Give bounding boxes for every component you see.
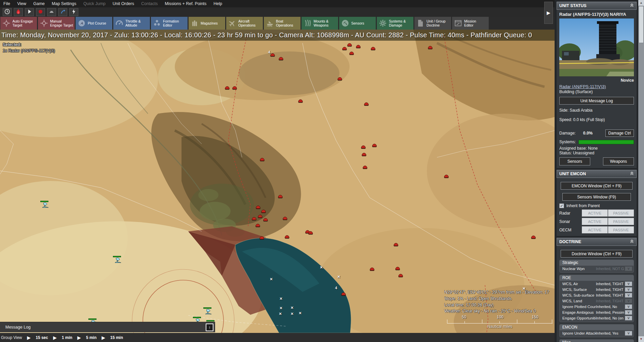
hostile-unit-icon[interactable] xyxy=(264,218,268,221)
emcon-radar-passive-button[interactable]: PASSIVE xyxy=(608,210,634,217)
hostile-unit-icon[interactable] xyxy=(394,243,398,246)
dropdown-chevron-icon[interactable]: V xyxy=(625,281,632,286)
ribbon-magazines-button[interactable]: Magazines xyxy=(189,17,225,30)
hostile-unit-icon[interactable] xyxy=(256,224,260,227)
hostile-unit-icon[interactable] xyxy=(341,293,346,296)
hostile-unit-icon[interactable] xyxy=(364,103,369,106)
ribbon-boat-operations-button[interactable]: BoatOperations xyxy=(264,17,300,30)
sensors-button[interactable]: Sensors xyxy=(559,157,590,165)
toolbar-flame-button[interactable] xyxy=(14,8,23,16)
hostile-unit-icon[interactable] xyxy=(361,146,366,149)
dropdown-chevron-icon[interactable]: V xyxy=(625,310,632,315)
speed-15-min-button[interactable]: 15 min xyxy=(110,335,123,340)
emcon-oecm-active-button[interactable]: ACTIVE xyxy=(582,226,608,233)
contact-x-icon[interactable]: ✕ xyxy=(320,265,323,270)
hostile-unit-icon[interactable] xyxy=(350,52,354,55)
toolbar-clock-button[interactable] xyxy=(3,8,12,16)
emcon-radar-active-button[interactable]: ACTIVE xyxy=(582,210,608,217)
inherit-from-parent-checkbox[interactable]: ✔ xyxy=(559,203,564,208)
menu-item-contacts[interactable]: Contacts xyxy=(141,1,158,6)
sidebar-scrollbar[interactable]: ▲ ▼ xyxy=(638,0,644,342)
doctrine-window-button[interactable]: Doctrine Window (Ctrl + F9) xyxy=(561,250,632,258)
hostile-unit-icon[interactable] xyxy=(256,206,260,209)
hostile-unit-icon[interactable] xyxy=(278,195,283,198)
message-log-expand-button[interactable]: ↑ xyxy=(206,324,213,331)
hostile-unit-icon[interactable] xyxy=(531,236,536,239)
hostile-unit-icon[interactable] xyxy=(260,236,264,239)
friendly-radar-unit-icon[interactable] xyxy=(114,259,122,264)
contact-x-icon[interactable]: ✕ xyxy=(337,275,340,279)
hostile-unit-icon[interactable] xyxy=(283,217,287,220)
collapse-chevron-icon[interactable] xyxy=(630,3,634,8)
hostile-unit-icon[interactable] xyxy=(428,46,433,49)
contact-x-icon[interactable]: ✕ xyxy=(279,297,282,301)
hostile-unit-icon[interactable] xyxy=(309,231,313,234)
damage-ctrl-button[interactable]: Damage Ctrl xyxy=(605,129,634,137)
speed-1-min-button[interactable]: 1 min xyxy=(62,335,72,340)
sensors-window-button[interactable]: Sensors Window (F9) xyxy=(562,193,631,201)
hostile-unit-icon[interactable] xyxy=(396,267,400,270)
speed-5-min-button[interactable]: 5 min xyxy=(86,335,96,340)
ribbon-systems-damage-button[interactable]: Systems &Damage xyxy=(377,17,413,30)
play-triangle-icon[interactable]: ▶ xyxy=(102,335,105,340)
hostile-unit-icon[interactable] xyxy=(370,268,374,271)
contact-x-icon[interactable]: ✕ xyxy=(279,312,282,316)
scrollbar-up-icon[interactable]: ▲ xyxy=(638,0,644,6)
friendly-radar-unit-icon[interactable] xyxy=(42,203,50,209)
emcon-window-button[interactable]: EMCON Window (Ctrl + F9) xyxy=(561,182,632,190)
toolbar-lightning-button[interactable] xyxy=(69,8,78,16)
toolbar-play-button[interactable] xyxy=(25,8,34,16)
hostile-unit-icon[interactable] xyxy=(348,43,352,46)
message-log-bar[interactable]: Message Log ↑ xyxy=(0,322,215,332)
menu-item-game[interactable]: Game xyxy=(33,1,45,6)
scrollbar-down-icon[interactable]: ▼ xyxy=(638,336,644,342)
dropdown-chevron-icon[interactable]: V xyxy=(625,316,632,320)
hostile-unit-icon[interactable] xyxy=(279,57,283,60)
hostile-unit-icon[interactable] xyxy=(271,53,275,56)
play-triangle-icon[interactable]: ▶ xyxy=(27,335,31,340)
unit-type-link[interactable]: Radar (AN/FPS-117(V)3) xyxy=(559,84,606,89)
contact-x-icon[interactable]: ✕ xyxy=(290,312,293,316)
ribbon-unit-group-doctrine-button[interactable]: Unit / GroupDoctrine xyxy=(414,17,451,30)
hostile-unit-icon[interactable] xyxy=(225,86,230,89)
emcon-oecm-passive-button[interactable]: PASSIVE xyxy=(608,226,634,233)
hostile-unit-icon[interactable] xyxy=(233,86,237,89)
ribbon-aircraft-operations-button[interactable]: AircraftOperations xyxy=(226,17,263,30)
ribbon-sensors-button[interactable]: Sensors xyxy=(339,17,376,30)
hostile-unit-icon[interactable] xyxy=(372,144,377,147)
doctrine-header[interactable]: DOCTRINE xyxy=(557,238,637,246)
hostile-unit-icon[interactable] xyxy=(356,45,361,48)
ribbon-formation-editor-button[interactable]: FormationEditor xyxy=(151,17,188,30)
hostile-unit-icon[interactable] xyxy=(362,153,366,156)
play-triangle-icon[interactable]: ▶ xyxy=(53,335,57,340)
unit-status-header[interactable]: UNIT STATUS xyxy=(557,2,637,10)
group-view-button[interactable]: Group View xyxy=(1,335,22,340)
dropdown-chevron-icon[interactable]: V xyxy=(625,293,632,298)
unit-emcon-header[interactable]: UNIT EMCON xyxy=(557,170,637,178)
ribbon-mounts-weapons-button[interactable]: Mounts &Weapons xyxy=(301,17,338,30)
contact-x-icon[interactable]: ✕ xyxy=(298,311,301,315)
ribbon-auto-engage-target-button[interactable]: Auto EngageTarget xyxy=(0,17,37,30)
hostile-unit-icon[interactable] xyxy=(343,47,347,50)
speed-15-sec-button[interactable]: 15 sec xyxy=(36,335,48,340)
hostile-unit-icon[interactable] xyxy=(363,166,367,169)
contact-x-icon[interactable]: ✕ xyxy=(290,306,293,310)
menu-item-view[interactable]: View xyxy=(17,1,26,6)
hostile-unit-icon[interactable] xyxy=(371,47,375,50)
map-viewport[interactable]: ✕✕✕✕✕✕✕✕✕✕44 Time: Monday, November 20, … xyxy=(0,30,555,333)
toolbar-jump-arrow-button[interactable] xyxy=(58,8,67,16)
ribbon-mission-editor-button[interactable]: MissionEditor xyxy=(452,17,489,30)
menu-item-quick-jump[interactable]: Quick Jump xyxy=(83,1,106,6)
hostile-unit-icon[interactable] xyxy=(258,215,263,218)
collapse-chevron-icon[interactable] xyxy=(630,172,634,177)
hostile-unit-icon[interactable] xyxy=(260,158,265,161)
hostile-unit-icon[interactable] xyxy=(285,235,289,238)
hostile-unit-icon[interactable] xyxy=(444,175,449,178)
contact-x-icon[interactable]: ✕ xyxy=(279,306,282,310)
sidebar-flyout-button[interactable]: ▶ xyxy=(544,2,553,24)
menu-item-map-settings[interactable]: Map Settings xyxy=(52,1,76,6)
menu-item-unit-orders[interactable]: Unit Orders xyxy=(113,1,134,6)
hostile-unit-icon[interactable] xyxy=(399,274,403,277)
menu-item-missions-ref-points[interactable]: Missions + Ref. Points xyxy=(165,1,206,6)
ribbon-throttle-altitude-button[interactable]: Throttle &Altitude xyxy=(113,17,150,30)
